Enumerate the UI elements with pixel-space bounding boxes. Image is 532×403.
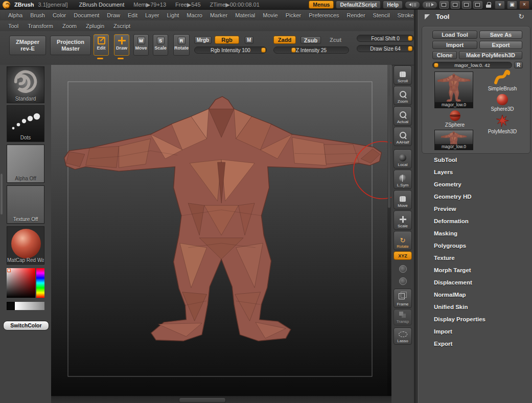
layout-icon-1[interactable] <box>440 1 449 9</box>
recent-tool-thumbnail[interactable]: magor_low.0 <box>434 130 473 150</box>
menu-alpha[interactable]: Alpha <box>8 12 22 18</box>
section-displacement[interactable]: Displacement <box>434 279 526 290</box>
layout-icon-2[interactable] <box>451 1 460 9</box>
right-tray-toggle-icon[interactable] <box>422 1 437 9</box>
menu-movie[interactable]: Movie <box>263 12 277 18</box>
menu-marker[interactable]: Marker <box>210 12 227 18</box>
draw-mode-button[interactable]: Draw <box>114 34 129 56</box>
mrgb-button[interactable]: Mrgb <box>194 36 212 44</box>
active-tool-slider-handle[interactable] <box>434 63 438 67</box>
edit-mode-button[interactable]: Edit <box>94 34 109 56</box>
layout-icon-4[interactable] <box>473 1 482 9</box>
projection-master-button[interactable]: Projection Master <box>50 36 91 55</box>
zadd-button[interactable]: Zadd <box>273 36 296 44</box>
section-deformation[interactable]: Deformation <box>434 218 526 228</box>
restore-config-button[interactable]: R <box>514 62 523 68</box>
save-as-button[interactable]: Save As <box>479 31 522 39</box>
frame-button[interactable]: Frame <box>394 289 412 308</box>
menu-macro[interactable]: Macro <box>187 12 202 18</box>
menu-zscript[interactable]: Zscript <box>113 23 130 29</box>
layout-icon-3[interactable] <box>462 1 471 9</box>
default-zscript-button[interactable]: DefaultZScript <box>336 1 381 9</box>
make-polymesh3d-button[interactable]: Make PolyMesh3D <box>459 51 522 59</box>
section-geometry[interactable]: Geometry <box>434 181 526 192</box>
menu-brush[interactable]: Brush <box>30 12 45 18</box>
material-thumbnail[interactable]: MatCap Red Wa <box>7 226 44 265</box>
aahalf-button[interactable]: AAHalf <box>394 127 412 146</box>
m-button[interactable]: M <box>245 36 253 44</box>
menu-light[interactable]: Light <box>167 12 179 18</box>
alpha-thumbnail[interactable]: Alpha Off <box>7 145 44 183</box>
scale-mode-button[interactable]: S Scale <box>153 34 168 56</box>
menu-draw[interactable]: Draw <box>107 12 120 18</box>
section-layers[interactable]: Layers <box>434 169 526 179</box>
canvas-horizontal-scrollbar[interactable] <box>51 396 391 403</box>
menus-button[interactable]: Menus <box>309 1 334 9</box>
lock-icon[interactable] <box>484 2 493 8</box>
zcut-button[interactable]: Zcut <box>330 37 341 43</box>
menu-material[interactable]: Material <box>235 12 255 18</box>
lsym-button[interactable]: L.Sym <box>394 170 412 189</box>
zsub-button[interactable]: Zsub <box>300 36 321 44</box>
menu-picker[interactable]: Picker <box>286 12 302 18</box>
orbit-icon-2[interactable] <box>397 275 409 287</box>
section-subtool[interactable]: SubTool <box>434 157 526 167</box>
panel-refresh-icon[interactable]: ↻ <box>518 12 524 20</box>
zoom-button[interactable]: Zoom <box>394 86 412 105</box>
scale-view-button[interactable]: Scale <box>394 210 412 230</box>
section-unified-skin[interactable]: Unified Skin <box>434 304 526 314</box>
polymesh3d-pick[interactable]: PolyMesh3D <box>479 114 525 134</box>
rgb-intensity-handle[interactable] <box>261 48 266 53</box>
draw-size-handle[interactable] <box>408 46 412 51</box>
menu-transform[interactable]: Transform <box>28 23 53 29</box>
menu-color[interactable]: Color <box>53 12 66 18</box>
transp-button[interactable]: Transp <box>394 309 412 325</box>
section-geometry-hd[interactable]: Geometry HD <box>434 194 526 204</box>
menu-layer[interactable]: Layer <box>145 12 159 18</box>
section-morph-target[interactable]: Morph Target <box>434 267 526 277</box>
actual-button[interactable]: Actual <box>394 106 412 126</box>
active-tool-thumbnail[interactable]: magor_low.0 <box>434 72 473 108</box>
z-intensity-slider[interactable]: Z Intensity 25 <box>273 46 349 54</box>
active-tool-slider[interactable]: magor_low.0. 42 <box>432 62 512 68</box>
help-button[interactable]: Help <box>383 1 403 9</box>
panel-collapse-icon[interactable] <box>425 14 430 19</box>
restore-button[interactable]: ▣ <box>507 1 517 9</box>
menu-stencil[interactable]: Stencil <box>373 12 390 18</box>
menu-tool[interactable]: Tool <box>8 23 18 29</box>
zsphere-pick[interactable]: ZSphere <box>434 110 475 128</box>
left-tray-toggle-icon[interactable] <box>405 1 420 9</box>
panel-divider[interactable] <box>414 10 418 403</box>
menu-render[interactable]: Render <box>347 12 365 18</box>
export-button[interactable]: Export <box>479 41 522 49</box>
rotate-mode-button[interactable]: R Rotate <box>173 34 190 56</box>
local-button[interactable]: Local <box>394 149 412 169</box>
menu-document[interactable]: Document <box>74 12 99 18</box>
texture-thumbnail[interactable]: Texture Off <box>7 185 44 224</box>
section-texture[interactable]: Texture <box>434 255 526 265</box>
focal-shift-slider[interactable]: Focal Shift 0 <box>357 35 414 42</box>
simplebrush-pick[interactable]: SimpleBrush <box>479 69 525 91</box>
canvas-vscroll-handle[interactable] <box>388 96 390 208</box>
rotate-view-button[interactable]: ↻ Rotate <box>394 231 412 250</box>
section-import[interactable]: Import <box>434 328 526 339</box>
section-normalmap[interactable]: NormalMap <box>434 292 526 302</box>
canvas-hscroll-handle[interactable] <box>179 397 226 403</box>
switch-color-button[interactable]: SwitchColor <box>3 321 49 330</box>
menu-edit[interactable]: Edit <box>128 12 137 18</box>
import-button[interactable]: Import <box>432 41 477 49</box>
move-mode-button[interactable]: M Move <box>133 34 149 56</box>
sphere3d-pick[interactable]: Sphere3D <box>479 94 525 112</box>
draw-size-slider[interactable]: Draw Size 64 <box>357 45 414 52</box>
menu-zoom[interactable]: Zoom <box>62 23 77 29</box>
z-intensity-handle[interactable] <box>291 48 296 53</box>
menu-zplugin[interactable]: Zplugin <box>86 23 104 29</box>
section-masking[interactable]: Masking <box>434 230 526 241</box>
stroke-thumbnail[interactable]: Dots <box>7 105 44 142</box>
canvas-vertical-scrollbar[interactable] <box>387 65 391 396</box>
tray-scrollbar[interactable] <box>1 174 3 215</box>
section-display-properties[interactable]: Display Properties <box>434 316 526 326</box>
orbit-icon-1[interactable] <box>397 263 409 274</box>
secondary-color-swatch[interactable] <box>7 302 15 310</box>
zmapper-button[interactable]: ZMapper rev-E <box>9 36 46 55</box>
